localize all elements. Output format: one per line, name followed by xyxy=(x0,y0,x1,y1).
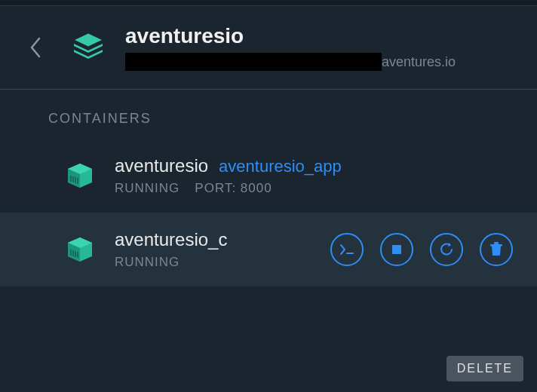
container-info: aventuresio aventuresio_app RUNNING PORT… xyxy=(115,155,513,196)
container-info: aventuresio_c RUNNING xyxy=(115,229,321,270)
delete-button[interactable]: DELETE xyxy=(446,356,523,381)
terminal-icon xyxy=(339,243,354,256)
redacted-block xyxy=(125,53,382,71)
terminal-button[interactable] xyxy=(330,233,364,266)
subtitle-domain: aventures.io xyxy=(382,54,456,70)
container-port: PORT: 8000 xyxy=(195,181,272,196)
container-icon xyxy=(63,233,97,266)
container-icon xyxy=(63,159,97,192)
subtitle: aventures.io xyxy=(125,53,456,71)
svg-rect-10 xyxy=(490,244,502,247)
trash-icon xyxy=(489,242,503,257)
stop-icon xyxy=(391,244,402,255)
stack-icon xyxy=(69,29,107,66)
container-name: aventuresio_c xyxy=(115,229,227,250)
topbar xyxy=(0,0,537,6)
container-link[interactable]: aventuresio_app xyxy=(219,157,342,176)
header-text: aventuresio aventures.io xyxy=(125,24,456,71)
container-status: RUNNING xyxy=(115,181,180,196)
svg-rect-9 xyxy=(392,245,401,254)
container-name: aventuresio xyxy=(115,155,208,176)
page-title: aventuresio xyxy=(125,24,456,48)
container-status: RUNNING xyxy=(115,255,180,270)
delete-container-button[interactable] xyxy=(480,233,513,266)
restart-button[interactable] xyxy=(430,233,463,266)
svg-rect-11 xyxy=(494,242,499,244)
header: aventuresio aventures.io xyxy=(0,6,537,90)
back-button[interactable] xyxy=(21,32,51,63)
section-label-containers: CONTAINERS xyxy=(0,90,537,139)
container-row[interactable]: aventuresio_c RUNNING xyxy=(0,213,537,286)
container-row[interactable]: aventuresio aventuresio_app RUNNING PORT… xyxy=(0,139,537,213)
restart-icon xyxy=(438,241,455,258)
container-actions xyxy=(330,233,513,266)
chevron-left-icon xyxy=(29,35,44,60)
stop-button[interactable] xyxy=(380,233,413,266)
